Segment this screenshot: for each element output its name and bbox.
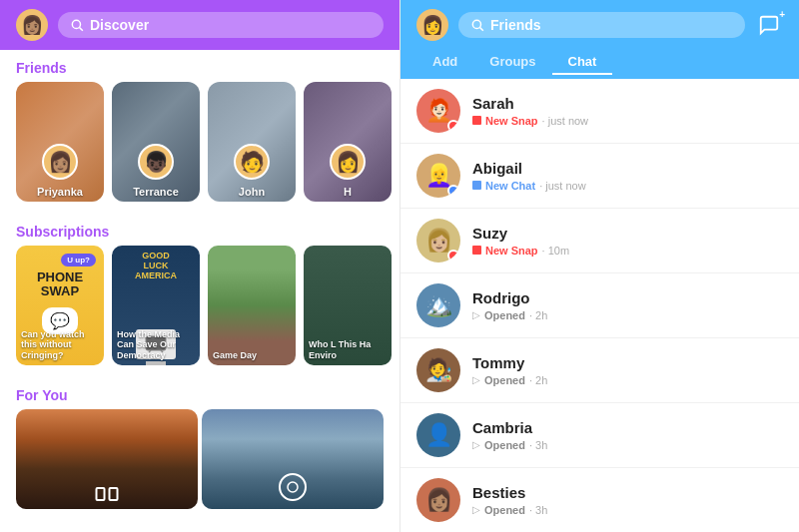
sub-card-who-l[interactable]: Who L This Ha Enviro <box>304 246 392 365</box>
chat-status-besties: ▷ Opened · 3h <box>472 503 783 517</box>
left-panel: 👩🏽 Discover Friends 👩🏽 Priyanka 👦🏿 Terra… <box>0 0 400 532</box>
chat-list: 🧑🏻‍🦰 Sarah New Snap · just now 👱‍♀️ Abig… <box>400 79 799 532</box>
avatar-john: 🧑 <box>234 144 270 180</box>
search-icon <box>70 18 84 32</box>
phone-swap-subtitle: Can you watch this without Cringing? <box>16 325 104 365</box>
friend-name-h: H <box>304 186 392 198</box>
friend-card-h[interactable]: 👩 H <box>304 82 392 202</box>
avatar-suzy: 👩🏼 <box>416 219 460 263</box>
left-search-bar[interactable]: Discover <box>58 12 384 38</box>
status-label-tommy: Opened <box>484 373 525 387</box>
phone-swap-badge: U up? <box>61 254 96 266</box>
status-label-suzy: New Snap <box>485 244 538 258</box>
good-luck-subtitle: How the Media Can Save Our Democracy <box>112 325 200 365</box>
status-time-suzy: · 10m <box>542 245 570 257</box>
svg-line-7 <box>480 28 483 31</box>
for-you-card-sunset[interactable] <box>16 409 198 509</box>
friends-section-title: Friends <box>0 50 400 82</box>
tab-chat[interactable]: Chat <box>552 50 613 75</box>
left-header: 👩🏽 Discover <box>0 0 400 50</box>
sub-card-game-day[interactable]: Game Day <box>208 246 296 365</box>
status-label-rodrigo: Opened <box>484 308 525 322</box>
status-time-rodrigo: · 2h <box>529 309 547 321</box>
svg-point-6 <box>472 20 480 28</box>
friends-row: 👩🏽 Priyanka 👦🏿 Terrance 🧑 John 👩 H <box>0 82 400 214</box>
status-dot-abigail <box>447 185 459 197</box>
avatar-tommy: 🧑‍🎨 <box>416 348 460 392</box>
avatar-priyanka: 👩🏽 <box>42 144 78 180</box>
play-circle-icon <box>279 473 307 501</box>
for-you-card-coastal[interactable] <box>202 409 384 509</box>
chat-status-abigail: New Chat · just now <box>472 179 783 193</box>
search-icon-right <box>470 18 484 32</box>
chat-status-suzy: New Snap · 10m <box>472 244 783 258</box>
game-day-subtitle: Game Day <box>208 346 296 365</box>
left-user-avatar[interactable]: 👩🏽 <box>16 9 48 41</box>
svg-point-0 <box>72 20 80 28</box>
chat-info-suzy: Suzy New Snap · 10m <box>472 225 783 258</box>
phone-swap-title: PHONESWAP <box>37 270 83 299</box>
chat-status-rodrigo: ▷ Opened · 2h <box>472 308 783 322</box>
friend-name-john: John <box>208 186 296 198</box>
right-user-avatar[interactable]: 👩 <box>416 9 448 41</box>
who-l-subtitle: Who L This Ha Enviro <box>304 335 392 365</box>
sub-card-good-luck[interactable]: GOODLUCKAMERICA How the Media Can Save O… <box>112 246 200 365</box>
status-time-besties: · 3h <box>529 504 547 516</box>
left-search-label: Discover <box>90 17 149 33</box>
avatar-sarah: 🧑🏻‍🦰 <box>416 89 460 133</box>
chat-info-abigail: Abigail New Chat · just now <box>472 160 783 193</box>
chat-item-besties[interactable]: 👩🏽 Besties ▷ Opened · 3h <box>400 468 799 532</box>
sub-card-phone-swap[interactable]: U up? PHONESWAP 💬 Can you watch this wit… <box>16 246 104 365</box>
status-label-sarah: New Snap <box>485 114 538 128</box>
chat-item-abigail[interactable]: 👱‍♀️ Abigail New Chat · just now <box>400 144 799 209</box>
right-header: 👩 Friends + <box>400 0 799 50</box>
friend-name-terrance: Terrance <box>112 186 200 198</box>
chat-info-tommy: Tommy ▷ Opened · 2h <box>472 354 783 387</box>
tab-add[interactable]: Add <box>416 50 473 75</box>
subscriptions-row: U up? PHONESWAP 💬 Can you watch this wit… <box>0 246 400 377</box>
chat-info-cambria: Cambria ▷ Opened · 3h <box>472 419 783 452</box>
for-you-section-title: For You <box>0 377 400 409</box>
avatar-terrance: 👦🏿 <box>138 144 174 180</box>
chat-item-suzy[interactable]: 👩🏼 Suzy New Snap · 10m <box>400 209 799 273</box>
status-label-besties: Opened <box>484 503 525 517</box>
avatar-rodrigo: 🏔️ <box>416 283 460 327</box>
status-label-abigail: New Chat <box>485 179 535 193</box>
opened-arrow-rodrigo: ▷ <box>472 309 480 320</box>
chat-name-tommy: Tommy <box>472 354 783 371</box>
avatar-cambria: 👤 <box>416 413 460 457</box>
right-search-label: Friends <box>490 17 541 33</box>
svg-point-5 <box>288 482 298 492</box>
tab-groups[interactable]: Groups <box>473 50 551 75</box>
chat-item-rodrigo[interactable]: 🏔️ Rodrigo ▷ Opened · 2h <box>400 273 799 338</box>
status-dot-suzy <box>447 250 459 262</box>
new-chat-button[interactable]: + <box>755 11 783 39</box>
chat-item-tommy[interactable]: 🧑‍🎨 Tommy ▷ Opened · 2h <box>400 338 799 403</box>
chat-status-sarah: New Snap · just now <box>472 114 783 128</box>
chat-item-sarah[interactable]: 🧑🏻‍🦰 Sarah New Snap · just now <box>400 79 799 144</box>
subscriptions-section-title: Subscriptions <box>0 214 400 246</box>
status-label-cambria: Opened <box>484 438 525 452</box>
snap-status-icon-suzy <box>472 246 481 255</box>
chat-name-cambria: Cambria <box>472 419 783 436</box>
svg-line-1 <box>80 28 83 31</box>
friend-name-priyanka: Priyanka <box>16 186 104 198</box>
status-time-abigail: · just now <box>539 180 585 192</box>
chat-info-besties: Besties ▷ Opened · 3h <box>472 484 783 517</box>
friend-card-terrance[interactable]: 👦🏿 Terrance <box>112 82 200 202</box>
video-icon <box>96 487 119 501</box>
status-time-cambria: · 3h <box>529 439 547 451</box>
snap-status-icon-sarah <box>472 116 481 125</box>
friend-card-john[interactable]: 🧑 John <box>208 82 296 202</box>
chat-name-besties: Besties <box>472 484 783 501</box>
chat-name-suzy: Suzy <box>472 225 783 242</box>
right-search-bar[interactable]: Friends <box>458 12 745 38</box>
chat-status-cambria: ▷ Opened · 3h <box>472 438 783 452</box>
chat-status-icon-abigail <box>472 181 481 190</box>
right-panel: 👩 Friends + Add Groups Chat 🧑🏻‍🦰 <box>400 0 799 532</box>
avatar-h: 👩 <box>330 144 366 180</box>
friend-card-priyanka[interactable]: 👩🏽 Priyanka <box>16 82 104 202</box>
for-you-row <box>0 409 400 521</box>
status-time-sarah: · just now <box>542 115 588 127</box>
chat-item-cambria[interactable]: 👤 Cambria ▷ Opened · 3h <box>400 403 799 468</box>
